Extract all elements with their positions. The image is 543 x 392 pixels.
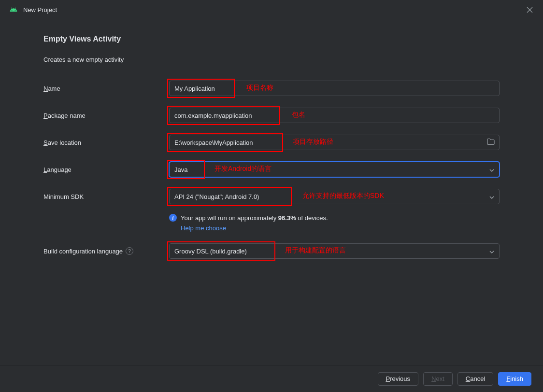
info-row: i Your app will run on approximately 96.… — [43, 214, 500, 232]
window-title: New Project — [23, 6, 57, 14]
form-row-save: Save location 项目存放路径 — [43, 135, 500, 150]
label-buildlang: Build configuration language ? — [43, 247, 169, 255]
buildlang-dropdown[interactable]: Groovy DSL (build.gradle) — [169, 243, 500, 259]
label-minsdk: Minimum SDK — [43, 193, 169, 200]
form-row-name: Name 项目名称 — [43, 81, 500, 96]
label-name: Name — [43, 85, 169, 92]
content-area: Empty Views Activity Creates a new empty… — [0, 19, 543, 259]
package-input[interactable] — [169, 108, 500, 123]
next-button[interactable]: Next — [423, 372, 453, 386]
minsdk-dropdown[interactable]: API 24 ("Nougat"; Android 7.0) — [169, 189, 500, 204]
footer: Previous Next Cancel Finish — [0, 365, 543, 392]
page-heading: Empty Views Activity — [43, 35, 500, 43]
android-icon — [10, 6, 17, 14]
form-row-buildlang: Build configuration language ? Groovy DS… — [43, 243, 500, 259]
cancel-button[interactable]: Cancel — [457, 372, 493, 386]
chevron-down-icon — [489, 193, 494, 200]
minsdk-value: API 24 ("Nougat"; Android 7.0) — [174, 193, 259, 200]
save-location-input[interactable] — [169, 135, 500, 150]
help-icon[interactable]: ? — [126, 247, 133, 255]
page-subtitle: Creates a new empty activity — [43, 56, 500, 63]
label-package: Package name — [43, 112, 169, 119]
language-value: Java — [174, 166, 187, 173]
name-input[interactable] — [169, 81, 500, 96]
browse-folder-icon[interactable] — [487, 139, 495, 147]
device-compat-text: Your app will run on approximately 96.3%… — [181, 214, 328, 222]
titlebar: New Project — [0, 0, 543, 19]
close-button[interactable] — [524, 4, 535, 15]
form-row-language: Language Java 开发Android的语言 — [43, 162, 500, 177]
form-row-minsdk: Minimum SDK API 24 ("Nougat"; Android 7.… — [43, 189, 500, 204]
chevron-down-icon — [489, 166, 494, 173]
label-save: Save location — [43, 139, 169, 146]
label-language: Language — [43, 166, 169, 173]
form-row-package: Package name 包名 — [43, 108, 500, 123]
help-me-choose-link[interactable]: Help me choose — [181, 224, 500, 232]
language-dropdown[interactable]: Java — [169, 162, 500, 177]
finish-button[interactable]: Finish — [498, 372, 531, 386]
info-icon: i — [169, 214, 177, 222]
previous-button[interactable]: Previous — [378, 372, 419, 386]
buildlang-value: Groovy DSL (build.gradle) — [174, 248, 247, 255]
chevron-down-icon — [489, 248, 494, 255]
titlebar-left: New Project — [10, 6, 57, 14]
